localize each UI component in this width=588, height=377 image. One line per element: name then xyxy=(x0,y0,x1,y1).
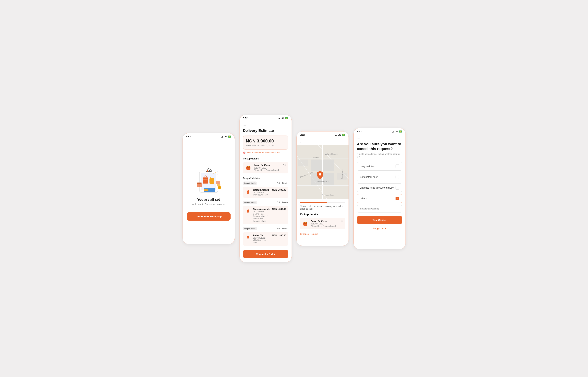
price-box: NGN 3,900.00 Wallet Balance : NGN 5,100.… xyxy=(243,136,288,150)
time-3: 3:52 xyxy=(300,133,305,136)
dropoff-header-1: Dropoff 1 of 5 Edit Delete xyxy=(243,181,288,185)
phone-allset: 3:52 LTE ⚡ xyxy=(183,133,235,244)
continue-homepage-button[interactable]: Continue to Homepage xyxy=(187,212,231,221)
svg-rect-2 xyxy=(203,177,208,184)
page-title-2: Delivery Estimate xyxy=(243,129,288,133)
time-2: 3:52 xyxy=(243,117,248,119)
svg-point-15 xyxy=(218,186,221,189)
phone-delivery-estimate: 3:52 LTE ⚡ ← Delivery Estimate NGN 3,900… xyxy=(239,115,292,262)
dropoff-info-1: Bojack Aremu 08134961682 Ivory Tower Iko… xyxy=(253,188,270,196)
back-arrow-3[interactable]: ← xyxy=(299,139,346,145)
dropoff-rider-icon-3 xyxy=(245,234,251,240)
signal-icon-2 xyxy=(278,117,280,119)
dropoff-rider-icon-2 xyxy=(245,208,251,214)
svg-point-16 xyxy=(208,168,209,169)
yes-cancel-button[interactable]: Yes, Cancel xyxy=(357,216,402,224)
svg-text:Esther Adelekan St: Esther Adelekan St xyxy=(325,153,338,155)
dropoff-rider-icon-1 xyxy=(245,188,251,195)
dropoff-badge-3: Dropoff 3 of 5 xyxy=(243,227,257,230)
dropoff-phone-1: 08134961682 xyxy=(253,191,270,194)
status-icons-3: LTE ⚡ xyxy=(335,134,345,136)
dropoff-edit-3[interactable]: Edit xyxy=(277,227,280,230)
cancel-option-3[interactable]: Others xyxy=(357,194,402,203)
svg-point-29 xyxy=(247,237,249,238)
cancel-checkbox-3[interactable] xyxy=(395,197,399,200)
lte-label-2: LTE xyxy=(281,117,284,119)
delivery-estimate-content: ← Delivery Estimate NGN 3,900.00 Wallet … xyxy=(240,120,292,262)
dropoff-price-2: NGN 1,300.00 xyxy=(272,208,286,210)
svg-text:★: ★ xyxy=(212,172,214,175)
cancel-request-link[interactable]: ⊘ Cancel Request xyxy=(300,233,345,235)
lte-label-4: LTE xyxy=(395,130,398,132)
cancel-checkbox-1[interactable] xyxy=(395,175,399,179)
map-svg: Christ Ave Esther Adelekan St Freedom Wa… xyxy=(297,145,349,199)
status-icons-2: LTE ⚡ xyxy=(278,117,288,119)
allset-subtitle: Welcome to Darum for business xyxy=(192,203,225,206)
fare-link[interactable]: 🎯 Learn about how we calculate the fare xyxy=(243,152,288,154)
dropoff-card-2: Sade Adekunle 08134961682 2 Lane Rose Ba… xyxy=(243,206,288,224)
cancel-option-2[interactable]: Changed mind about the delivey xyxy=(357,183,402,192)
wallet-balance: Wallet Balance : NGN 5,100.00 xyxy=(246,144,285,147)
searching-pickup-address: 2 Lane Rose Banana Island xyxy=(311,225,338,227)
searching-content: ← xyxy=(297,137,349,246)
cancel-checkbox-0[interactable] xyxy=(395,164,399,168)
svg-rect-23 xyxy=(248,166,249,166)
pickup-info: Emoh Ohifeme 08134961682 2 Lane Rose Ban… xyxy=(254,164,281,171)
svg-point-27 xyxy=(247,211,249,212)
dropoff-phone-3: 08134961682 xyxy=(253,237,270,239)
status-icons-4: LTE ⚡ xyxy=(392,130,402,132)
dropoff-price-1: NGN 1,300.00 xyxy=(272,188,286,191)
map-area: Christ Ave Esther Adelekan St Freedom Wa… xyxy=(297,145,349,199)
dropoff-delete-3[interactable]: Delete xyxy=(282,227,288,230)
phone-searching: 3:52 LTE ⚡ ← xyxy=(296,131,349,246)
cancel-title: Are you sure you want to cancel this req… xyxy=(357,142,402,151)
dropoff-header-3: Dropoff 3 of 5 Edit Delete xyxy=(243,227,288,230)
no-goback-button[interactable]: No, go back xyxy=(357,227,402,230)
svg-rect-56 xyxy=(305,222,306,222)
searching-pickup-name: Emoh Ohifeme xyxy=(311,220,338,223)
lte-badge-4: ⚡ xyxy=(399,130,402,132)
svg-rect-40 xyxy=(323,159,334,171)
pickup-package-icon xyxy=(245,164,252,171)
back-arrow-4[interactable]: ← xyxy=(357,135,402,142)
dropoff-info-3: Peter Obi 08134961682 Villa Buja Ikeja G… xyxy=(253,234,270,244)
dropoff-edit-2[interactable]: Edit xyxy=(277,201,280,204)
dropoff-header-2: Dropoff 2 of 5 Edit Delete xyxy=(243,201,288,204)
svg-text:Jeremiah Ugwu St: Jeremiah Ugwu St xyxy=(317,181,329,182)
dropoff-address-3: Villa Buja Ikeja GRA xyxy=(253,239,270,244)
dropoff-address-1: Ivory Tower Ikoyi xyxy=(253,194,270,196)
signal-icon-1 xyxy=(221,136,223,138)
back-arrow-3-container: ← xyxy=(297,137,349,145)
lte-badge-3: ⚡ xyxy=(342,134,345,136)
searching-pickup-section: Pickup details xyxy=(300,213,345,216)
dropoff-address-2: 2 Lane Rose Banana Island 2 Lane Rose Ba… xyxy=(253,213,270,222)
svg-rect-11 xyxy=(204,189,208,191)
svg-text:★: ★ xyxy=(217,173,218,175)
progress-bar-container xyxy=(300,202,345,203)
dropoff-info-2: Sade Adekunle 08134961682 2 Lane Rose Ba… xyxy=(253,208,270,222)
cancel-option-0[interactable]: Long wait time xyxy=(357,162,402,171)
pickup-edit-btn[interactable]: Edit xyxy=(283,164,286,166)
dropoff-edit-1[interactable]: Edit xyxy=(277,182,280,184)
time-1: 3:52 xyxy=(186,135,191,138)
searching-pickup-icon xyxy=(302,220,309,227)
cancel-option-label-2: Changed mind about the delivey xyxy=(360,186,394,189)
svg-text:★: ★ xyxy=(215,171,217,173)
cancel-option-1[interactable]: Got another rider xyxy=(357,173,402,181)
back-arrow-2[interactable]: ← xyxy=(243,122,288,129)
dropoff-badge-2: Dropoff 2 of 5 xyxy=(243,201,257,204)
dropoff-delete-2[interactable]: Delete xyxy=(282,201,288,204)
status-bar-3: 3:52 LTE ⚡ xyxy=(297,131,349,137)
dropoff-delete-1[interactable]: Delete xyxy=(282,182,288,184)
cancel-optional-input[interactable] xyxy=(357,205,402,212)
cancel-option-label-0: Long wait time xyxy=(360,165,375,167)
svg-point-25 xyxy=(247,192,249,193)
request-rider-button[interactable]: Request a Rider xyxy=(243,250,288,258)
cancel-checkbox-2[interactable] xyxy=(395,186,399,189)
searching-pickup-edit-btn[interactable]: Edit xyxy=(340,220,343,222)
allset-content: ★ ★ ★ You are a xyxy=(183,139,235,244)
allset-illustration: ★ ★ ★ xyxy=(190,161,227,194)
searching-pickup-phone: 08134961682 xyxy=(311,223,338,225)
cancel-content: ← Are you sure you want to cancel this r… xyxy=(354,134,405,249)
pickup-card: Emoh Ohifeme 08134961682 2 Lane Rose Ban… xyxy=(243,162,288,173)
